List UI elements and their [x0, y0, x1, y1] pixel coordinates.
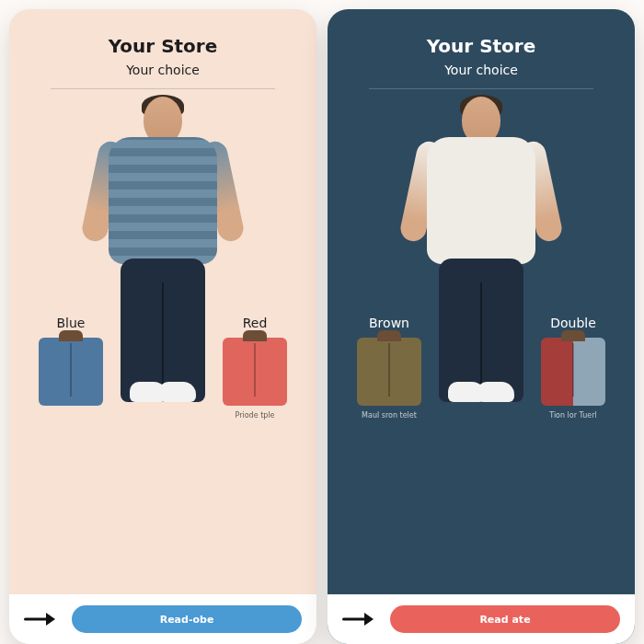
- panel-footer: Read-obe: [9, 594, 316, 644]
- swatch-left-label: Blue: [35, 316, 107, 330]
- model-figure: [403, 97, 559, 428]
- swatch-left-thumb[interactable]: [39, 338, 103, 406]
- cta-button[interactable]: Read ate: [390, 605, 620, 633]
- model-figure: [85, 97, 241, 428]
- swatch-left[interactable]: Brown Maul sron telet: [353, 316, 425, 420]
- swatch-right-label: Red: [219, 316, 291, 330]
- arrow-right-icon[interactable]: [342, 613, 374, 626]
- panel-title: Your Store: [109, 35, 218, 57]
- panel-footer: Read ate: [328, 594, 635, 644]
- swatch-right-caption: Priode tple: [219, 411, 291, 420]
- hero-area: Brown Maul sron telet Double Tion lor Tu…: [344, 97, 618, 589]
- swatch-right-caption: Tion lor Tuerl: [537, 411, 609, 420]
- swatch-left[interactable]: Blue: [35, 316, 107, 411]
- header-divider: [51, 88, 275, 89]
- arrow-right-icon[interactable]: [24, 613, 55, 626]
- swatch-left-caption: Maul sron telet: [353, 411, 425, 420]
- panel-subtitle: Your choice: [444, 63, 518, 77]
- panel-subtitle: Your choice: [126, 63, 200, 77]
- swatch-right-label: Double: [537, 316, 609, 330]
- header-divider: [369, 88, 593, 89]
- swatch-right-thumb[interactable]: [223, 338, 287, 406]
- swatch-right[interactable]: Red Priode tple: [219, 316, 291, 420]
- swatch-left-label: Brown: [353, 316, 425, 330]
- store-panel-light: Your Store Your choice Blue Red Priode t…: [9, 9, 316, 644]
- panel-title: Your Store: [427, 35, 536, 57]
- cta-button[interactable]: Read-obe: [72, 605, 302, 633]
- swatch-right[interactable]: Double Tion lor Tuerl: [537, 316, 609, 420]
- store-panel-dark: Your Store Your choice Brown Maul sron t…: [328, 9, 635, 644]
- swatch-left-thumb[interactable]: [357, 338, 421, 406]
- swatch-right-thumb[interactable]: [541, 338, 605, 406]
- hero-area: Blue Red Priode tple: [26, 97, 300, 589]
